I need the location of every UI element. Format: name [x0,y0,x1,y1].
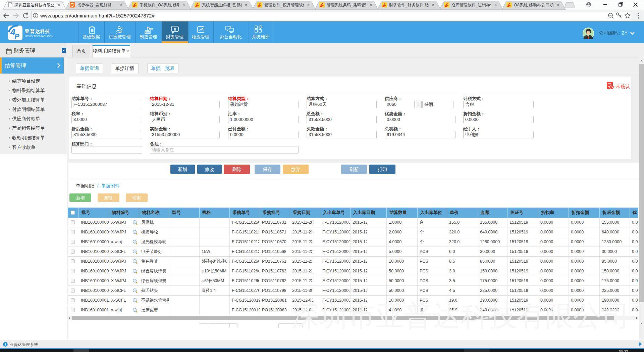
svg-text:P: P [14,32,19,41]
